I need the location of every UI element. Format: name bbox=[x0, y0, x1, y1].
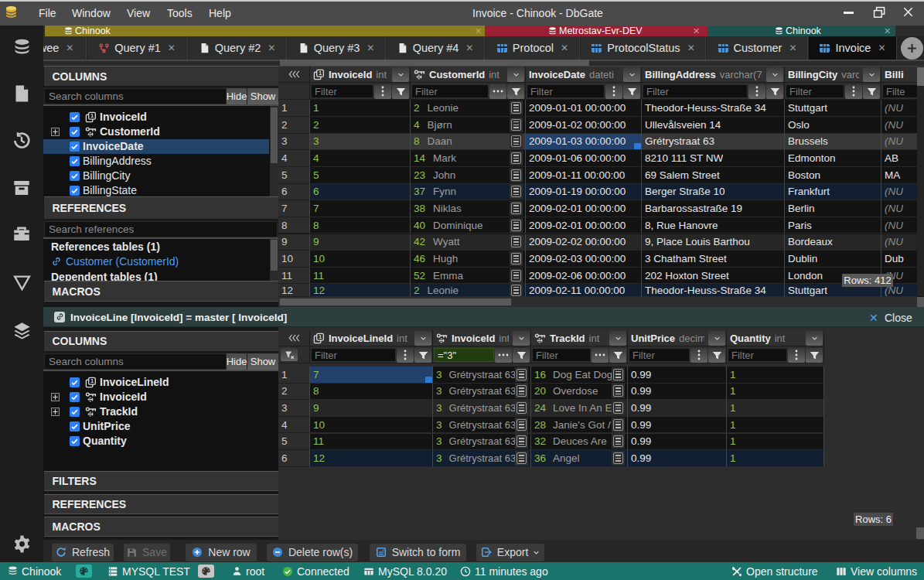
svg-text:1: 1 bbox=[90, 377, 94, 384]
svg-text:1: 1 bbox=[319, 333, 322, 340]
svg-text:1: 1 bbox=[90, 112, 94, 119]
svg-text:1: 1 bbox=[319, 70, 322, 77]
